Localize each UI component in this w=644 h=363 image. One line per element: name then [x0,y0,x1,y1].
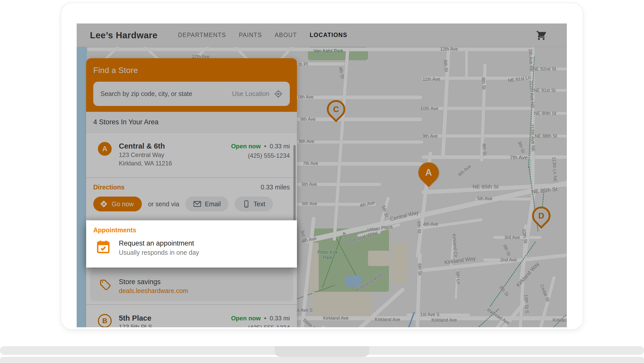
page: { "header": { "brand": "Lee’s Hardware",… [0,0,644,363]
request-appointment-row[interactable]: Request an appointment Usually responds … [93,238,290,257]
laptop-base-bottom [0,357,644,363]
laptop-base-notch [275,346,369,357]
request-appointment-label: Request an appointment [119,238,290,248]
dim-overlay [77,23,567,327]
browser-screen: Van Aalst ParkPeter Kirk Park12th Ave11t… [77,23,567,327]
response-time-label: Usually responds in one day [119,248,290,257]
calendar-check-icon [96,239,111,254]
appointments-title: Appointments [93,226,290,234]
appointments-section[interactable]: Appointments Request an appointment Usua… [86,220,297,268]
